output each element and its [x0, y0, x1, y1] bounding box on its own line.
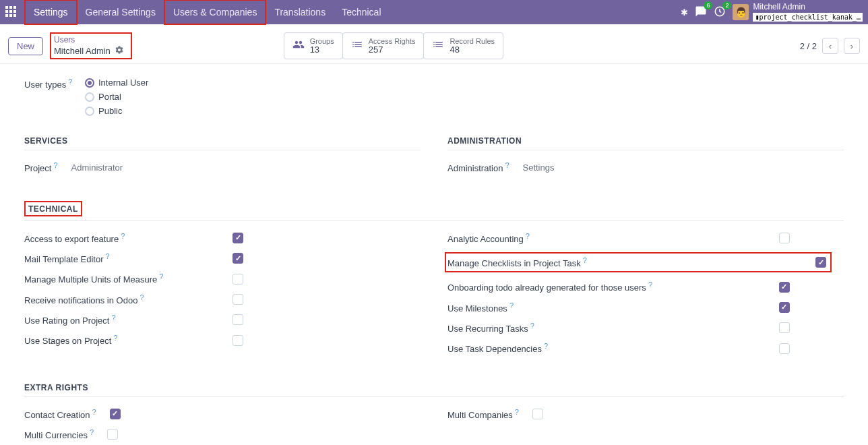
- user-menu[interactable]: 👨 Mitchell Admin ▮project_checklist_kana…: [733, 3, 863, 21]
- chat-icon[interactable]: 6: [695, 5, 707, 20]
- help-icon[interactable]: ?: [159, 272, 163, 280]
- project-label[interactable]: Project?: [24, 161, 58, 173]
- chk-export[interactable]: [232, 233, 243, 243]
- topbar: Settings General Settings Users & Compan…: [0, 0, 868, 24]
- menu-general-settings[interactable]: General Settings: [78, 1, 164, 24]
- stat-record-rules[interactable]: Record Rules48: [423, 32, 503, 59]
- user-types-label[interactable]: User types?: [24, 78, 85, 90]
- help-icon[interactable]: ?: [544, 342, 548, 350]
- activity-badge: 2: [722, 1, 731, 9]
- pager-text[interactable]: 2 / 2: [800, 41, 817, 51]
- extra-right-col: Multi Companies?: [447, 408, 844, 445]
- pager-prev[interactable]: ‹: [822, 38, 838, 54]
- avatar: 👨: [733, 4, 749, 20]
- new-button[interactable]: New: [8, 37, 43, 55]
- chk-uom-label[interactable]: Manage Multiple Units of Measure?: [24, 272, 172, 285]
- chk-export-label[interactable]: Access to export feature?: [24, 232, 172, 244]
- help-icon[interactable]: ?: [648, 280, 652, 289]
- pager: 2 / 2 ‹ ›: [800, 38, 860, 54]
- chk-milestones-label[interactable]: Use Milestones?: [447, 301, 718, 314]
- radio-public[interactable]: Public: [85, 106, 148, 116]
- radio-label: Internal User: [98, 78, 148, 88]
- tech-right-col: Analytic Accounting? Manage Checklists i…: [447, 232, 844, 363]
- chk-checklists[interactable]: [815, 257, 826, 268]
- chk-rating[interactable]: [232, 314, 243, 325]
- help-icon[interactable]: ?: [121, 232, 125, 240]
- chk-mail[interactable]: [232, 253, 243, 264]
- chk-rating-label[interactable]: Use Rating on Project?: [24, 314, 172, 326]
- radio-portal[interactable]: Portal: [85, 92, 148, 102]
- chk-multicurr-label[interactable]: Multi Currencies?: [24, 428, 94, 440]
- breadcrumb: Users Mitchell Admin: [50, 32, 132, 59]
- chk-stages-label[interactable]: Use Stages on Project?: [24, 334, 172, 346]
- apps-icon[interactable]: [5, 6, 18, 18]
- chk-analytic-label[interactable]: Analytic Accounting?: [447, 232, 718, 244]
- chk-recurring[interactable]: [779, 322, 790, 333]
- help-icon[interactable]: ?: [106, 252, 110, 260]
- help-icon[interactable]: ?: [515, 408, 519, 416]
- chk-onboarding[interactable]: [779, 282, 790, 293]
- chk-notif-label[interactable]: Receive notifications in Odoo?: [24, 293, 172, 305]
- section-administration: ADMINISTRATION: [447, 136, 844, 150]
- chk-stages[interactable]: [232, 335, 243, 346]
- debug-icon[interactable]: ✱: [681, 7, 688, 18]
- help-icon[interactable]: ?: [111, 314, 115, 322]
- admin-value[interactable]: Settings: [523, 162, 555, 173]
- tech-left-col: Access to export feature? Mail Template …: [24, 232, 421, 363]
- activity-icon[interactable]: 2: [714, 5, 726, 20]
- chk-uom[interactable]: [232, 274, 243, 285]
- help-icon[interactable]: ?: [90, 428, 94, 436]
- help-icon[interactable]: ?: [68, 78, 72, 86]
- chk-taskdep[interactable]: [779, 343, 790, 354]
- user-name: Mitchell Admin: [753, 3, 863, 11]
- user-types-radios: Internal User Portal Public: [85, 78, 148, 116]
- chk-taskdep-label[interactable]: Use Task Dependencies?: [447, 342, 718, 354]
- radio-label: Public: [98, 106, 122, 116]
- section-extra-rights: EXTRA RIGHTS: [24, 383, 844, 397]
- help-icon[interactable]: ?: [530, 322, 534, 330]
- chk-multicomp-label[interactable]: Multi Companies?: [447, 408, 519, 420]
- chat-badge: 6: [704, 1, 712, 9]
- pager-next[interactable]: ›: [844, 38, 860, 54]
- radio-label: Portal: [98, 92, 121, 102]
- chk-recurring-label[interactable]: Use Recurring Tasks?: [447, 322, 718, 334]
- help-icon[interactable]: ?: [526, 232, 530, 240]
- menu-users-companies[interactable]: Users & Companies: [164, 0, 267, 25]
- admin-label[interactable]: Administration?: [447, 161, 509, 173]
- radio-internal-user[interactable]: Internal User: [85, 78, 148, 88]
- help-icon[interactable]: ?: [92, 408, 96, 416]
- help-icon[interactable]: ?: [509, 301, 514, 309]
- chk-multicurr[interactable]: [107, 429, 118, 440]
- chk-analytic[interactable]: [779, 233, 790, 243]
- stat-access-rights[interactable]: Access Rights257: [342, 32, 425, 59]
- chk-notif[interactable]: [232, 294, 243, 305]
- help-icon[interactable]: ?: [505, 161, 509, 169]
- groups-icon: [292, 38, 305, 53]
- chk-milestones[interactable]: [779, 302, 790, 313]
- chk-checklists-label[interactable]: Manage Checklists in Project Task?: [447, 256, 755, 268]
- gear-icon[interactable]: [115, 45, 124, 57]
- help-icon[interactable]: ?: [583, 256, 587, 264]
- help-icon[interactable]: ?: [113, 334, 117, 342]
- chk-mail-label[interactable]: Mail Template Editor?: [24, 252, 172, 264]
- chk-multicomp[interactable]: [532, 409, 543, 419]
- db-name: ▮project_checklist_kanak_…: [753, 13, 863, 22]
- help-icon[interactable]: ?: [140, 293, 144, 301]
- chk-onboarding-label[interactable]: Onboarding todo already generated for th…: [447, 280, 718, 293]
- section-technical: TECHNICAL: [28, 204, 78, 214]
- section-technical-highlight: TECHNICAL: [24, 201, 82, 216]
- stat-count: 257: [369, 45, 416, 55]
- chk-contact[interactable]: [110, 409, 121, 419]
- section-services: SERVICES: [24, 136, 421, 150]
- menu-translations[interactable]: Translations: [266, 1, 334, 24]
- statbar: Groups13 Access Rights257 Record Rules48: [284, 32, 503, 59]
- breadcrumb-users[interactable]: Users: [54, 35, 124, 44]
- help-icon[interactable]: ?: [53, 161, 57, 169]
- chk-contact-label[interactable]: Contact Creation?: [24, 408, 96, 420]
- extra-left-col: Contact Creation? Multi Currencies?: [24, 408, 421, 445]
- project-value[interactable]: Administrator: [71, 162, 123, 173]
- app-name[interactable]: Settings: [24, 0, 78, 25]
- stat-groups[interactable]: Groups13: [284, 32, 343, 59]
- menu-technical[interactable]: Technical: [334, 1, 389, 24]
- list-icon: [432, 38, 444, 53]
